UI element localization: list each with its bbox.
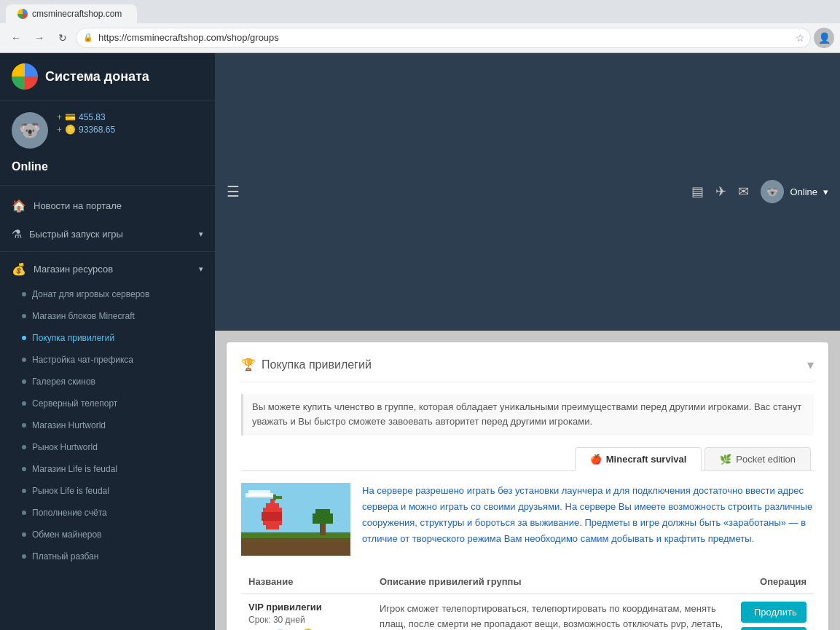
topbar-avatar: 🐨 bbox=[761, 180, 784, 203]
vip-name: VIP привилегии bbox=[248, 602, 365, 613]
vip-actions: Продлить Апгрейд bbox=[734, 594, 814, 630]
profile-section: 🐨 + 💳 455.83 + 🪙 93368.65 Online bbox=[0, 101, 215, 186]
dot-icon bbox=[22, 423, 26, 428]
collapse-icon[interactable]: ▾ bbox=[807, 357, 814, 373]
sidebar-item-feudal-shop[interactable]: Магазин Life is feudal bbox=[0, 458, 215, 480]
svg-rect-11 bbox=[262, 512, 282, 516]
page-wrapper: Система доната 🐨 + 💳 455.83 + 🪙 93368.65 bbox=[0, 53, 840, 630]
browser-chrome: cmsminecraftshop.com ← → ↻ 🔒 ☆ 👤 bbox=[0, 0, 840, 53]
svg-rect-2 bbox=[246, 493, 273, 497]
sidebar-item-prefix[interactable]: Настройка чат-префикса bbox=[0, 349, 215, 371]
tabs-row: 🍎 Minecraft survival 🌿 Pocket edition bbox=[241, 447, 814, 471]
privileges-card: 🏆 Покупка привилегий ▾ Вы можете купить … bbox=[227, 342, 828, 631]
svg-rect-3 bbox=[241, 535, 350, 556]
vip-description-cell: Игрок сможет телепортироваться, телепорт… bbox=[372, 594, 734, 630]
address-bar[interactable] bbox=[76, 28, 811, 48]
site-logo bbox=[12, 63, 38, 90]
dot-icon bbox=[22, 358, 26, 362]
sidebar-item-teleport[interactable]: Серверный телепорт bbox=[0, 393, 215, 414]
topbar: ☰ ▤ ✈ ✉ 🐨 Online ▾ bbox=[215, 53, 840, 331]
card-header: 🏆 Покупка привилегий ▾ bbox=[241, 357, 814, 382]
back-button[interactable]: ← bbox=[6, 28, 26, 48]
sidebar-item-skins[interactable]: Галерея скинов bbox=[0, 371, 215, 393]
sidebar-item-exchange[interactable]: Обмен майнеров bbox=[0, 524, 215, 546]
dot-icon-active bbox=[22, 336, 26, 340]
sidebar-item-news[interactable]: 🏠 Новости на портале bbox=[0, 192, 215, 220]
content-area: 🏆 Покупка привилегий ▾ Вы можете купить … bbox=[215, 331, 840, 631]
svg-rect-15 bbox=[273, 495, 276, 500]
dot-icon bbox=[22, 532, 26, 537]
sidebar-item-topup[interactable]: Пополнение счёта bbox=[0, 502, 215, 524]
chevron-down-icon-shop: ▾ bbox=[199, 264, 203, 274]
account-icon[interactable]: 👤 bbox=[814, 28, 834, 48]
table-row: VIP привилегии Срок: 30 дней Цена: 💎 90 … bbox=[241, 594, 814, 630]
reload-button[interactable]: ↻ bbox=[52, 28, 73, 48]
site-title: Система доната bbox=[45, 69, 149, 84]
sidebar-item-hurtworld-shop[interactable]: Магазин Hurtworld bbox=[0, 414, 215, 436]
topbar-right: ▤ ✈ ✉ 🐨 Online ▾ bbox=[691, 180, 828, 203]
dot-icon bbox=[22, 292, 26, 296]
avatar: 🐨 bbox=[12, 112, 48, 149]
server-image bbox=[241, 483, 350, 556]
svg-rect-7 bbox=[313, 513, 333, 524]
topbar-username: Online bbox=[790, 186, 817, 197]
card-title: 🏆 Покупка привилегий bbox=[241, 358, 372, 371]
sidebar-item-blocks[interactable]: Магазин блоков Minecraft bbox=[0, 305, 215, 327]
sidebar-item-privileges[interactable]: Покупка привилегий bbox=[0, 327, 215, 349]
dollar-icon: 💰 bbox=[12, 262, 26, 276]
svg-rect-10 bbox=[263, 508, 282, 512]
lock-icon: 🔒 bbox=[83, 33, 93, 42]
col-operation: Операция bbox=[734, 570, 814, 594]
tab-pocket[interactable]: 🌿 Pocket edition bbox=[704, 447, 811, 471]
dot-icon bbox=[22, 554, 26, 559]
topbar-user[interactable]: 🐨 Online ▾ bbox=[761, 180, 828, 203]
sidebar-item-shop[interactable]: 💰 Магазин ресурсов ▾ bbox=[0, 255, 215, 283]
svg-rect-13 bbox=[263, 521, 282, 525]
nav-divider bbox=[0, 251, 215, 252]
svg-rect-14 bbox=[266, 525, 279, 529]
forward-button[interactable]: → bbox=[29, 28, 50, 48]
dot-icon bbox=[22, 489, 26, 493]
sidebar-item-quicklaunch[interactable]: ⚗ Быстрый запуск игры ▾ bbox=[0, 220, 215, 248]
mail-icon[interactable]: ✉ bbox=[738, 184, 749, 200]
sidebar-item-unban[interactable]: Платный разбан bbox=[0, 546, 215, 567]
send-icon[interactable]: ✈ bbox=[715, 184, 726, 200]
bookmark-icon[interactable]: ☆ bbox=[796, 32, 805, 44]
vip-info: VIP привилегии Срок: 30 дней Цена: 💎 90 … bbox=[241, 594, 372, 630]
main-area: ☰ ▤ ✈ ✉ 🐨 Online ▾ 🏆 Покупка привил bbox=[215, 53, 840, 630]
col-description: Описание привилегий группы bbox=[372, 570, 734, 594]
dot-icon bbox=[22, 445, 26, 449]
svg-rect-4 bbox=[241, 532, 350, 538]
sidebar-item-feudal-market[interactable]: Рынок Life is feudal bbox=[0, 480, 215, 502]
flask-icon: ⚗ bbox=[12, 227, 22, 241]
vip-duration: Срок: 30 дней bbox=[248, 615, 365, 625]
svg-rect-16 bbox=[276, 496, 282, 499]
active-tab[interactable]: cmsminecraftshop.com bbox=[6, 4, 137, 23]
sidebar-item-hurtworld-market[interactable]: Рынок Hurtworld bbox=[0, 436, 215, 458]
balance1: + 💳 455.83 bbox=[57, 112, 115, 122]
topbar-chevron: ▾ bbox=[823, 186, 828, 197]
dot-icon bbox=[22, 401, 26, 406]
sidebar-nav: 🏠 Новости на портале ⚗ Быстрый запуск иг… bbox=[0, 186, 215, 573]
trophy-icon: 🏆 bbox=[241, 358, 256, 371]
browser-toolbar: ← → ↻ 🔒 ☆ 👤 bbox=[0, 23, 840, 52]
upgrade-button[interactable]: Апгрейд bbox=[741, 627, 806, 630]
extend-button[interactable]: Продлить bbox=[741, 602, 806, 623]
col-name: Название bbox=[241, 570, 372, 594]
description-text: Вы можете купить членство в группе, кото… bbox=[241, 394, 814, 436]
sidebar: Система доната 🐨 + 💳 455.83 + 🪙 93368.65 bbox=[0, 53, 215, 630]
tab-label: cmsminecraftshop.com bbox=[32, 9, 122, 19]
list-icon[interactable]: ▤ bbox=[691, 184, 704, 200]
svg-rect-12 bbox=[262, 516, 282, 521]
address-bar-wrap: 🔒 ☆ bbox=[76, 28, 811, 48]
vip-description: Игрок сможет телепортироваться, телепорт… bbox=[380, 602, 726, 630]
chevron-down-icon: ▾ bbox=[199, 229, 203, 239]
dot-icon bbox=[22, 467, 26, 471]
menu-icon[interactable]: ☰ bbox=[227, 183, 240, 200]
dot-icon bbox=[22, 511, 26, 515]
profile-name: Online bbox=[12, 160, 203, 173]
tab-survival[interactable]: 🍎 Minecraft survival bbox=[575, 447, 702, 471]
sidebar-item-donat[interactable]: Донат для игровых серверов bbox=[0, 283, 215, 305]
dot-icon bbox=[22, 314, 26, 318]
apple-icon: 🍎 bbox=[590, 454, 602, 465]
